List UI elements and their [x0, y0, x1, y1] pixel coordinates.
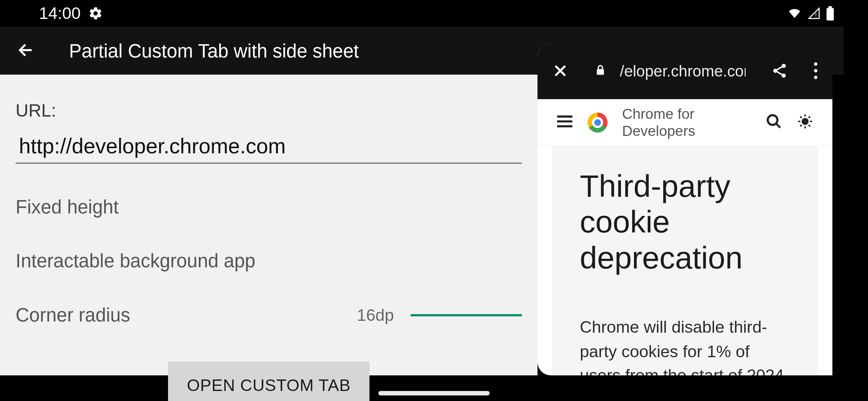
corner-radius-slider[interactable] [411, 314, 522, 316]
svg-point-8 [814, 69, 818, 72]
hamburger-menu-button[interactable] [556, 115, 573, 130]
page-title: Partial Custom Tab with side sheet [69, 40, 359, 62]
svg-rect-3 [597, 69, 604, 75]
back-button[interactable] [17, 40, 36, 61]
statusbar-time: 14:00 [39, 4, 81, 23]
option-interactable-bg[interactable]: Interactable background app [16, 250, 522, 272]
nav-handle[interactable] [378, 391, 490, 395]
custom-tab-url[interactable]: /eloper.chrome.com [620, 62, 746, 80]
option-fixed-height[interactable]: Fixed height [16, 196, 522, 218]
corner-radius-label: Corner radius [16, 304, 130, 326]
svg-point-5 [773, 68, 777, 72]
battery-icon [826, 6, 835, 21]
open-custom-tab-button[interactable]: OPEN CUSTOM TAB [168, 362, 369, 401]
article-paragraph: Chrome will disable third-party cookies … [580, 315, 790, 375]
svg-rect-2 [828, 6, 832, 8]
svg-point-11 [802, 118, 809, 125]
custom-tab-toolbar: /eloper.chrome.com [537, 43, 832, 99]
url-label: URL: [16, 100, 522, 121]
gear-icon [89, 6, 103, 21]
custom-tab-sidesheet: /eloper.chrome.com Chrome for Developers [537, 43, 832, 375]
wifi-icon [787, 7, 802, 20]
url-input[interactable] [16, 132, 522, 164]
svg-point-4 [782, 63, 786, 68]
overflow-menu-button[interactable] [813, 62, 818, 81]
svg-point-10 [768, 115, 777, 125]
search-button[interactable] [766, 113, 782, 132]
svg-text:!: ! [815, 12, 817, 19]
close-button[interactable] [552, 62, 569, 81]
svg-point-7 [814, 62, 818, 65]
share-button[interactable] [771, 62, 788, 81]
lock-icon [594, 63, 606, 80]
site-header: Chrome for Developers [537, 99, 832, 146]
svg-rect-1 [826, 8, 834, 20]
device-bezel [844, 0, 868, 401]
theme-toggle-button[interactable] [797, 113, 813, 132]
chrome-logo-icon [588, 112, 608, 132]
article-body[interactable]: Third-party cookie deprecation Chrome wi… [552, 146, 818, 375]
statusbar: 14:00 ! [0, 0, 868, 27]
article-title: Third-party cookie deprecation [580, 168, 790, 276]
corner-radius-value: 16dp [357, 306, 394, 325]
site-title: Chrome for Developers [622, 105, 751, 140]
signal-icon: ! [807, 7, 821, 20]
svg-point-9 [814, 75, 818, 79]
svg-point-6 [782, 73, 786, 77]
host-form: URL: Fixed height Interactable backgroun… [0, 75, 537, 375]
